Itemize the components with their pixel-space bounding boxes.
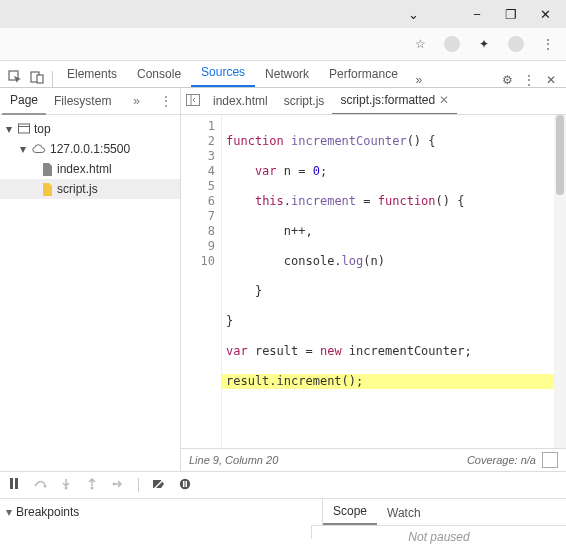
svg-rect-15 bbox=[183, 481, 185, 487]
svg-point-14 bbox=[180, 478, 190, 488]
maximize-button[interactable]: ❐ bbox=[494, 7, 528, 22]
tab-elements[interactable]: Elements bbox=[57, 61, 127, 87]
extension-1-icon[interactable] bbox=[444, 36, 460, 52]
svg-rect-16 bbox=[186, 481, 188, 487]
svg-rect-2 bbox=[37, 75, 43, 83]
profile-avatar-icon[interactable] bbox=[508, 36, 524, 52]
file-tabbar: index.html script.js script.js:formatted… bbox=[181, 88, 566, 115]
inspect-element-icon[interactable] bbox=[4, 70, 26, 87]
browser-toolbar: ☆ ✦ ⋮ bbox=[0, 28, 566, 61]
sidebar-menu-icon[interactable]: ⋮ bbox=[154, 94, 178, 108]
editor-pane: index.html script.js script.js:formatted… bbox=[181, 88, 566, 471]
step-button[interactable] bbox=[110, 478, 126, 493]
lower-panel: ▾ Breakpoints Scope Watch bbox=[0, 498, 566, 525]
sidebar-tabs: Page Filesystem » ⋮ bbox=[0, 88, 180, 115]
minimize-button[interactable]: − bbox=[460, 7, 494, 22]
device-toggle-icon[interactable] bbox=[26, 70, 48, 87]
kebab-menu-icon[interactable]: ⋮ bbox=[540, 36, 556, 52]
pause-on-exceptions-button[interactable] bbox=[177, 478, 193, 493]
devtools-close-icon[interactable]: ✕ bbox=[540, 73, 562, 87]
tab-watch[interactable]: Watch bbox=[377, 501, 431, 525]
extensions-puzzle-icon[interactable]: ✦ bbox=[476, 36, 492, 52]
file-icon bbox=[42, 163, 53, 176]
pause-button[interactable] bbox=[6, 478, 22, 492]
tree-file-script[interactable]: script.js bbox=[0, 179, 180, 199]
code-editor[interactable]: 12345678910 function incrementCounter() … bbox=[181, 115, 566, 448]
devtools-tabbar: Elements Console Sources Network Perform… bbox=[0, 61, 566, 88]
divider bbox=[52, 71, 53, 87]
sidebar-tab-page[interactable]: Page bbox=[2, 88, 46, 115]
svg-point-9 bbox=[44, 484, 47, 487]
file-tab-index[interactable]: index.html bbox=[205, 88, 276, 114]
cloud-icon bbox=[32, 143, 46, 155]
navigator-toggle-icon[interactable] bbox=[181, 94, 205, 109]
tab-sources[interactable]: Sources bbox=[191, 59, 255, 87]
vertical-scrollbar[interactable] bbox=[554, 115, 566, 448]
scope-watch-tabs: Scope Watch bbox=[323, 499, 566, 525]
svg-rect-8 bbox=[15, 478, 18, 489]
editor-statusbar: Line 9, Column 20 Coverage: n/a bbox=[181, 448, 566, 471]
line-gutter: 12345678910 bbox=[181, 115, 222, 448]
tree-arrow-icon: ▾ bbox=[18, 142, 28, 156]
tree-file-label: index.html bbox=[57, 162, 112, 176]
sidebar-tab-filesystem[interactable]: Filesystem bbox=[46, 88, 119, 114]
svg-point-11 bbox=[91, 486, 94, 489]
more-tabs-icon[interactable]: » bbox=[408, 73, 430, 87]
tree-file-index[interactable]: index.html bbox=[0, 159, 180, 179]
dropdown-icon[interactable]: ⌄ bbox=[396, 7, 430, 22]
tree-file-label: script.js bbox=[57, 182, 98, 196]
deactivate-breakpoints-button[interactable] bbox=[151, 478, 167, 493]
settings-gear-icon[interactable]: ⚙ bbox=[496, 73, 518, 87]
tree-top-frame[interactable]: ▾ top bbox=[0, 119, 180, 139]
tree-arrow-icon: ▾ bbox=[4, 122, 14, 136]
breakpoints-section[interactable]: ▾ Breakpoints bbox=[0, 499, 323, 525]
debugger-toolbar bbox=[0, 471, 566, 498]
step-out-button[interactable] bbox=[84, 478, 100, 493]
tab-scope[interactable]: Scope bbox=[323, 499, 377, 525]
window-titlebar: ⌄ − ❐ ✕ bbox=[0, 0, 566, 28]
tree-origin-label: 127.0.0.1:5500 bbox=[50, 142, 130, 156]
sidebar-more-icon[interactable]: » bbox=[127, 94, 146, 108]
file-tab-script[interactable]: script.js bbox=[276, 88, 333, 114]
file-tree: ▾ top ▾ 127.0.0.1:5500 index.html bbox=[0, 115, 180, 203]
tree-top-label: top bbox=[34, 122, 51, 136]
close-tab-icon[interactable]: ✕ bbox=[439, 88, 449, 113]
tab-console[interactable]: Console bbox=[127, 61, 191, 87]
tab-network[interactable]: Network bbox=[255, 61, 319, 87]
chevron-down-icon: ▾ bbox=[6, 505, 12, 519]
cursor-position: Line 9, Column 20 bbox=[189, 454, 278, 466]
coverage-status: Coverage: n/a bbox=[467, 454, 536, 466]
breakpoints-label: Breakpoints bbox=[16, 505, 79, 519]
close-button[interactable]: ✕ bbox=[528, 7, 562, 22]
step-into-button[interactable] bbox=[58, 478, 74, 493]
svg-rect-7 bbox=[10, 478, 13, 489]
window-icon bbox=[18, 123, 30, 135]
not-paused-label: Not paused bbox=[312, 525, 566, 548]
code-content[interactable]: function incrementCounter() { var n = 0;… bbox=[222, 115, 566, 448]
file-tab-formatted[interactable]: script.js:formatted ✕ bbox=[332, 88, 457, 115]
tree-origin[interactable]: ▾ 127.0.0.1:5500 bbox=[0, 139, 180, 159]
divider bbox=[138, 478, 139, 492]
tab-performance[interactable]: Performance bbox=[319, 61, 408, 87]
svg-point-10 bbox=[65, 486, 68, 489]
sources-sidebar: Page Filesystem » ⋮ ▾ top ▾ 127.0.0.1:55… bbox=[0, 88, 181, 471]
devtools-menu-icon[interactable]: ⋮ bbox=[518, 73, 540, 87]
bookmark-star-icon[interactable]: ☆ bbox=[412, 36, 428, 52]
step-over-button[interactable] bbox=[32, 478, 48, 493]
coverage-toggle-icon[interactable] bbox=[542, 452, 558, 468]
file-js-icon bbox=[42, 183, 53, 196]
svg-point-12 bbox=[113, 482, 116, 485]
svg-rect-3 bbox=[19, 124, 30, 133]
